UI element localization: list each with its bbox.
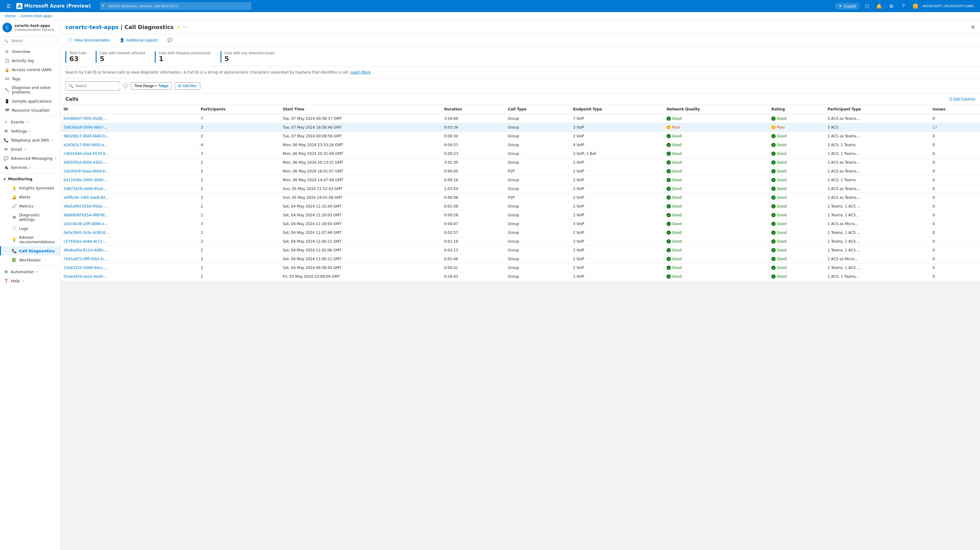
sidebar-item-logs[interactable]: 📄 Logs — [0, 224, 60, 233]
table-row[interactable]: c2749aba-4e8e-4c11-b604-9f056c5ebb1 2 Sa… — [60, 237, 980, 246]
table-row[interactable]: a32c4b38-a3ff-4886-a8a1-2b63c61b4e9 3 Sa… — [60, 220, 980, 228]
sidebar-group-telephony[interactable]: 📞 Telephony and SMS › — [0, 136, 60, 144]
breadcrumb-resource[interactable]: corertc-test-apps — [21, 14, 52, 18]
notifications-button[interactable]: 🔔 — [874, 1, 884, 11]
sidebar-group-monitoring[interactable]: ▾ Monitoring — [0, 174, 60, 183]
call-id-link[interactable]: 5d873529-a409-45ce-87d4-baa0f9a5720 — [64, 187, 109, 191]
cloud-shell-button[interactable]: ⬡ — [862, 1, 872, 11]
sidebar-item-resource-visualizer[interactable]: 🗺 Resource visualizer — [0, 106, 60, 115]
call-id-link[interactable]: 98d28bc3-9bbf-4b60-be72-bf14488a764 — [64, 134, 109, 138]
search-info-icon[interactable]: i — [123, 84, 128, 88]
call-id-link[interactable]: b4116d9e-2995-4640-a1d9-c9529d4ebc — [64, 178, 109, 182]
cell-participant-type: 5 ACS as Teams... — [825, 114, 929, 123]
table-row[interactable]: 9dde606f-6254-4f6f-8fa3-34f49531d172 2 S… — [60, 211, 980, 220]
call-id-link[interactable]: a32c4b38-a3ff-4886-a8a1-2b63c61b4e9 — [64, 222, 109, 226]
add-filter-button[interactable]: ⊞ Add filter — [175, 82, 200, 90]
table-row[interactable]: 48a8ad0a-8124-4d8b-9d2f-c20d56e8a4t 2 Sa… — [60, 246, 980, 255]
cell-participant-type: 1 ACS as Micro... — [825, 220, 929, 228]
call-id-link[interactable]: 48a5af9d-01bd-45eb-93dc-a77219267et — [64, 204, 109, 208]
sidebar-item-call-diagnostics[interactable]: 📞 Call Diagnostics — [0, 246, 60, 255]
sidebar-item-tags[interactable]: 🏷 Tags — [0, 74, 60, 83]
table-row[interactable]: e24363c7-fbbf-4693-aac6-3d6f9c0291a8 4 M… — [60, 141, 980, 149]
sidebar-group-advanced-messaging[interactable]: 💬 Advanced Messaging › — [0, 154, 60, 163]
call-id-link[interactable]: 9d503f1d-d004-42b2-8b71-e0ac9fe660f — [64, 160, 109, 165]
topbar-search-input[interactable] — [100, 2, 251, 10]
close-button[interactable]: ✕ — [970, 24, 975, 30]
call-id-link[interactable]: 15a93225-5008-44cc-a8fc-4aca58e1e30r — [64, 266, 109, 270]
hamburger-menu-button[interactable]: ☰ — [4, 1, 13, 11]
table-row[interactable]: 7041a673-dfff-45b1-b61f-048873091dee 2 S… — [60, 255, 980, 263]
call-id-link[interactable]: 2eb3fdc8-5eaa-4806-b9c7-05c8e7b6c89 — [64, 169, 109, 173]
sidebar-item-sample-apps[interactable]: 📱 Sample applications — [0, 97, 60, 106]
cell-start-time: Fri, 03 May 2024 23:09:09 GMT — [280, 272, 441, 281]
sidebar-group-email[interactable]: ✉ Email › — [0, 144, 60, 154]
breadcrumb-home[interactable]: Home — [5, 14, 16, 18]
rating-badge: Good — [772, 143, 821, 147]
cell-id: 98d28bc3-9bbf-4b60-be72-bf14488a764 — [60, 132, 198, 141]
more-options-icon[interactable]: ··· — [183, 25, 187, 29]
cell-id: ebffbc8c-34f4-4ae8-8dd8-01d41511997f — [60, 193, 198, 202]
sidebar-item-metrics[interactable]: 📈 Metrics — [0, 201, 60, 211]
table-row[interactable]: 0e5e3991-fa3a-4c80-87e1-acec4a7a9d7f 2 S… — [60, 228, 980, 237]
sidebar-item-advisor-recommendations[interactable]: 💡 Advisor recommendations — [0, 233, 60, 246]
sidebar-item-diagnose[interactable]: 🔧 Diagnose and solve problems — [0, 83, 60, 97]
settings-button[interactable]: ⚙ — [886, 1, 896, 11]
call-id-link[interactable]: e24363c7-fbbf-4693-aac6-3d6f9c0291a8 — [64, 143, 109, 147]
call-id-link[interactable]: 48a8ad0a-8124-4d8b-9d2f-c20d56e8a4t — [64, 248, 109, 252]
call-id-link[interactable]: 01ee442b-ae2e-4ee0-bd10-ab008f3eeek — [64, 274, 109, 279]
monitoring-chevron-icon: ▾ — [4, 177, 6, 181]
call-id-link[interactable]: 7041a673-dfff-45b1-b61f-048873091dee — [64, 257, 109, 261]
table-row[interactable]: c0635440-afad-4570-8284-68ada0a614b 3 Mo… — [60, 149, 980, 158]
sidebar-item-insights[interactable]: 💡 Insights (preview) — [0, 183, 60, 192]
call-id-link[interactable]: b5e96007-5f05-45d0-ac36-a63aee6ac02 — [64, 116, 109, 121]
search-filter-input[interactable] — [75, 84, 121, 88]
table-row[interactable]: b4116d9e-2995-4640-a1d9-c9529d4ebc 2 Mon… — [60, 176, 980, 185]
edit-columns-button[interactable]: ☰ Edit Columns — [949, 97, 975, 101]
table-row[interactable]: 98d28bc3-9bbf-4b60-be72-bf14488a764 2 Tu… — [60, 132, 980, 141]
sidebar-item-overview[interactable]: ⊙ Overview — [0, 47, 60, 56]
help-button[interactable]: ? — [899, 1, 908, 11]
table-row[interactable]: 5063dea8-5099-48e7-a6b7-0d44b055cb 3 Tue… — [60, 123, 980, 132]
sidebar-item-workbooks[interactable]: 📗 Workbooks — [0, 255, 60, 265]
cell-rating: Good — [768, 132, 824, 141]
table-row[interactable]: 9d503f1d-d004-42b2-8b71-e0ac9fe660f 2 Mo… — [60, 158, 980, 167]
table-row[interactable]: ebffbc8c-34f4-4ae8-8dd8-01d41511997f 2 S… — [60, 193, 980, 202]
table-row[interactable]: 2eb3fdc8-5eaa-4806-b9c7-05c8e7b6c89 2 Mo… — [60, 167, 980, 176]
time-range-filter[interactable]: Time Range < 7days — [131, 82, 172, 90]
table-row[interactable]: 01ee442b-ae2e-4ee0-bd10-ab008f3eeek 2 Fr… — [60, 272, 980, 281]
issues-value[interactable]: 17 — [932, 125, 937, 130]
sidebar-item-access-control[interactable]: 🔒 Access control (IAM) — [0, 65, 60, 74]
cell-participants: 2 — [198, 228, 280, 237]
sidebar-item-alerts[interactable]: 🔔 Alerts — [0, 192, 60, 201]
sidebar-group-events[interactable]: ⚡ Events › — [0, 117, 60, 127]
call-id-link[interactable]: ebffbc8c-34f4-4ae8-8dd8-01d41511997f — [64, 195, 109, 200]
sidebar-group-settings[interactable]: ⚙ Settings › — [0, 127, 60, 136]
cell-endpoint-type: 2 VoIP — [570, 272, 663, 281]
cell-issues: 0 — [929, 176, 980, 185]
cell-endpoint-type: 2 VoIP, 1 Bot — [570, 149, 663, 158]
feedback-button[interactable]: 😊 — [911, 1, 920, 11]
sidebar-search-input[interactable] — [2, 36, 58, 45]
cell-start-time: Sat, 04 May 2024 11:20:03 GMT — [280, 211, 441, 220]
sidebar-item-activity-log[interactable]: 📋 Activity log — [0, 56, 60, 65]
feedback-toolbar-button[interactable]: 💬 — [165, 36, 175, 44]
view-documentation-button[interactable]: 📄 View documentation — [65, 36, 112, 44]
copilot-button[interactable]: ✦ Copilot — [835, 3, 859, 10]
table-row[interactable]: 15a93225-5008-44cc-a8fc-4aca58e1e30r 2 S… — [60, 263, 980, 272]
favorite-star-icon[interactable]: ★ — [177, 25, 180, 29]
call-id-link[interactable]: c0635440-afad-4570-8284-68ada0a614b — [64, 152, 109, 156]
call-id-link[interactable]: 9dde606f-6254-4f6f-8fa3-34f49531d172 — [64, 213, 109, 217]
cell-duration: 0:00:30 — [441, 132, 505, 141]
additional-support-button[interactable]: 👤 Additional support — [117, 36, 160, 44]
sidebar-group-help[interactable]: ❓ Help › — [0, 276, 60, 285]
call-id-link[interactable]: 5063dea8-5099-48e7-a6b7-0d44b055cb — [64, 125, 109, 130]
sidebar-group-services[interactable]: 🔌 Services › — [0, 163, 60, 172]
table-row[interactable]: 48a5af9d-01bd-45eb-93dc-a77219267et 2 Sa… — [60, 202, 980, 211]
sidebar-item-diagnostic-settings[interactable]: ⚙ Diagnostic settings — [0, 211, 60, 224]
call-id-link[interactable]: c2749aba-4e8e-4c11-b604-9f056c5ebb1 — [64, 239, 109, 244]
call-id-link[interactable]: 0e5e3991-fa3a-4c80-87e1-acec4a7a9d7f — [64, 230, 109, 235]
sidebar-group-automation[interactable]: ⚙ Automation › — [0, 267, 60, 276]
table-row[interactable]: b5e96007-5f05-45d0-ac36-a63aee6ac02 7 Tu… — [60, 114, 980, 123]
table-row[interactable]: 5d873529-a409-45ce-87d4-baa0f9a5720 2 Su… — [60, 185, 980, 193]
learn-more-link[interactable]: Learn More — [350, 70, 371, 74]
